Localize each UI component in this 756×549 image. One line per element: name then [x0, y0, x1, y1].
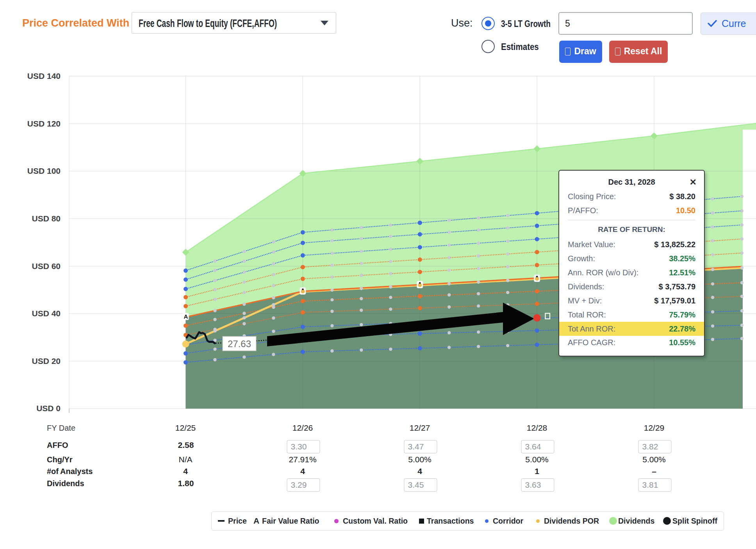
svg-text:A: A [184, 313, 188, 320]
svg-text:27.63: 27.63 [228, 339, 251, 349]
